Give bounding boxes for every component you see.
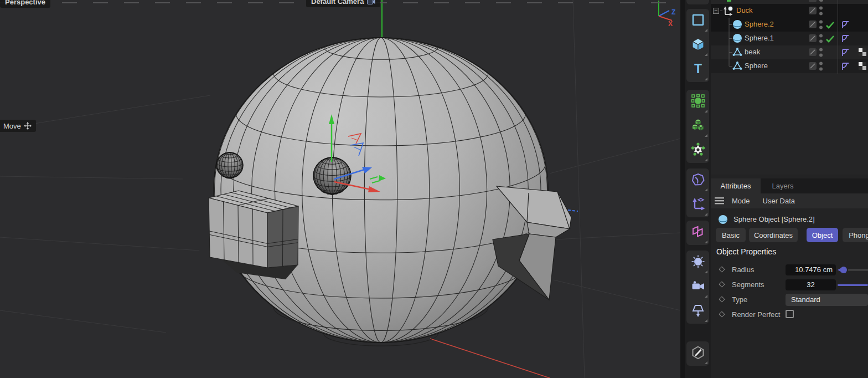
mode-menu[interactable]: Mode bbox=[732, 197, 750, 205]
enabled-check-icon[interactable] bbox=[825, 21, 835, 29]
phong-tag-icon[interactable] bbox=[841, 48, 850, 59]
prop-row-segments: Segments 32 bbox=[711, 278, 868, 293]
layer-chip[interactable] bbox=[809, 21, 817, 28]
segments-input[interactable]: 32 bbox=[786, 279, 836, 290]
mograph-cloner-tool-button[interactable] bbox=[686, 221, 709, 245]
visibility-dots[interactable] bbox=[818, 32, 824, 45]
metaball-icon bbox=[691, 142, 705, 159]
prop-label: Radius bbox=[732, 265, 754, 274]
z-axis-tick bbox=[568, 210, 578, 211]
panel-splitter[interactable] bbox=[680, 0, 685, 378]
radius-slider[interactable] bbox=[837, 263, 868, 278]
uvw-tag-icon[interactable] bbox=[859, 48, 866, 58]
tool-tooltip-text: Move bbox=[3, 122, 21, 130]
segments-slider[interactable] bbox=[837, 278, 868, 293]
render-perfect-checkbox[interactable] bbox=[786, 310, 794, 318]
tab-object[interactable]: Object bbox=[807, 228, 838, 242]
expand-toggle[interactable]: − bbox=[713, 8, 719, 14]
axis-x-label: X bbox=[668, 20, 673, 28]
view-axis-gizmo[interactable]: Z X bbox=[659, 1, 675, 28]
camera-object-tool-button[interactable] bbox=[686, 275, 709, 299]
tab-coordinates[interactable]: Coordinates bbox=[749, 228, 798, 242]
uvw-tag-icon[interactable] bbox=[859, 62, 866, 72]
prop-row-radius: Radius 10.7476 cm bbox=[711, 263, 868, 278]
phong-tag-icon[interactable] bbox=[841, 21, 850, 31]
attribute-object-row: Sphere Object [Sphere.2] bbox=[711, 212, 868, 226]
phong-tag-icon[interactable] bbox=[841, 62, 850, 73]
polygon-object-icon[interactable] bbox=[732, 47, 742, 59]
object-label[interactable]: Sphere bbox=[745, 62, 768, 70]
null-object-icon[interactable] bbox=[722, 6, 733, 19]
object-label[interactable]: beak bbox=[745, 48, 760, 56]
layer-chip[interactable] bbox=[809, 34, 817, 42]
camera-menu-label[interactable]: Default Camera bbox=[306, 0, 380, 7]
om-row-sphere.1[interactable]: Sphere.1 bbox=[711, 32, 868, 45]
user-data-menu[interactable]: User Data bbox=[763, 197, 795, 205]
om-row-duck[interactable]: −Duck bbox=[711, 4, 868, 18]
environment-object-tool-button[interactable] bbox=[686, 251, 709, 275]
camera-switch-icon bbox=[367, 0, 375, 5]
edit-tool-icon bbox=[691, 345, 705, 362]
deformer-tool-button[interactable] bbox=[686, 193, 709, 217]
edit-tool-tool-button[interactable] bbox=[686, 341, 709, 366]
array-generator-tool-button[interactable] bbox=[686, 114, 709, 139]
sphere-object-icon[interactable] bbox=[732, 19, 742, 32]
subdivision-surface-tool-button[interactable] bbox=[686, 90, 709, 114]
visibility-dots[interactable] bbox=[818, 59, 824, 73]
tab-phong[interactable]: Phong bbox=[843, 228, 868, 242]
key-diamond-icon[interactable] bbox=[719, 266, 725, 272]
duck-body-sphere[interactable] bbox=[214, 38, 548, 346]
view-menu-label[interactable]: Perspective bbox=[0, 0, 50, 8]
text-object-tool-button[interactable]: T bbox=[686, 58, 709, 82]
prop-row-type: Type Standard bbox=[711, 293, 868, 308]
stage-object-tool-button[interactable] bbox=[686, 299, 709, 324]
tab-attributes[interactable]: Attributes bbox=[711, 178, 761, 193]
visibility-dots[interactable] bbox=[818, 4, 824, 18]
deformer-icon bbox=[691, 197, 705, 213]
viewport-canvas[interactable]: Z X Perspective Default Camera Move bbox=[0, 0, 680, 378]
object-label[interactable]: Sphere.2 bbox=[745, 20, 774, 28]
object-properties-heading: Object Properties bbox=[716, 247, 776, 256]
enabled-check-icon[interactable] bbox=[825, 35, 835, 43]
sphere-object-icon[interactable] bbox=[732, 33, 742, 45]
visibility-dots[interactable] bbox=[818, 18, 824, 32]
om-row-sphere.2[interactable]: Sphere.2 bbox=[711, 18, 868, 32]
key-diamond-icon[interactable] bbox=[719, 311, 725, 317]
om-row-sphere[interactable]: Sphere bbox=[711, 59, 868, 73]
axis-z-label: Z bbox=[671, 8, 675, 16]
duck-eye-left[interactable] bbox=[216, 152, 243, 178]
type-dropdown[interactable]: Standard bbox=[786, 294, 868, 306]
key-diamond-icon[interactable] bbox=[719, 281, 725, 287]
svg-text:T: T bbox=[694, 62, 701, 76]
layer-chip[interactable] bbox=[809, 7, 817, 14]
radius-input[interactable]: 10.7476 cm bbox=[786, 264, 836, 275]
polygon-object-icon[interactable] bbox=[732, 61, 742, 73]
layer-chip[interactable] bbox=[809, 48, 817, 56]
cinema4d-window: Z X Perspective Default Camera Move bbox=[0, 0, 868, 378]
tab-layers[interactable]: Layers bbox=[761, 178, 805, 193]
layer-chip[interactable] bbox=[809, 62, 817, 70]
menu-icon[interactable] bbox=[715, 197, 724, 205]
clipped-row-fragment bbox=[727, 0, 731, 2]
phong-tag-icon[interactable] bbox=[841, 34, 850, 45]
object-label[interactable]: Duck bbox=[736, 6, 753, 14]
tool-group: T bbox=[686, 9, 709, 82]
world-x-axis bbox=[430, 339, 550, 378]
volume-builder-tool-button[interactable] bbox=[686, 168, 709, 193]
sphere-object-icon bbox=[718, 214, 728, 224]
spline-rectangle-tool-button[interactable] bbox=[686, 9, 709, 33]
om-row-beak[interactable]: beak bbox=[711, 45, 868, 59]
tool-group bbox=[686, 341, 709, 366]
metaball-tool-button[interactable] bbox=[686, 139, 709, 163]
array-generator-icon bbox=[691, 118, 705, 135]
object-label[interactable]: Sphere.1 bbox=[745, 34, 774, 42]
object-manager: −DuckSphere.2Sphere.1beakSphere bbox=[711, 0, 868, 175]
duck-beak[interactable] bbox=[209, 191, 298, 279]
clipped-row-fragment bbox=[819, 0, 823, 2]
key-diamond-icon[interactable] bbox=[719, 296, 725, 302]
create-palette: T bbox=[685, 0, 711, 378]
prop-label: Render Perfect bbox=[732, 310, 780, 319]
visibility-dots[interactable] bbox=[818, 45, 824, 59]
cube-primitive-tool-button[interactable] bbox=[686, 33, 709, 58]
tab-basic[interactable]: Basic bbox=[716, 228, 746, 242]
